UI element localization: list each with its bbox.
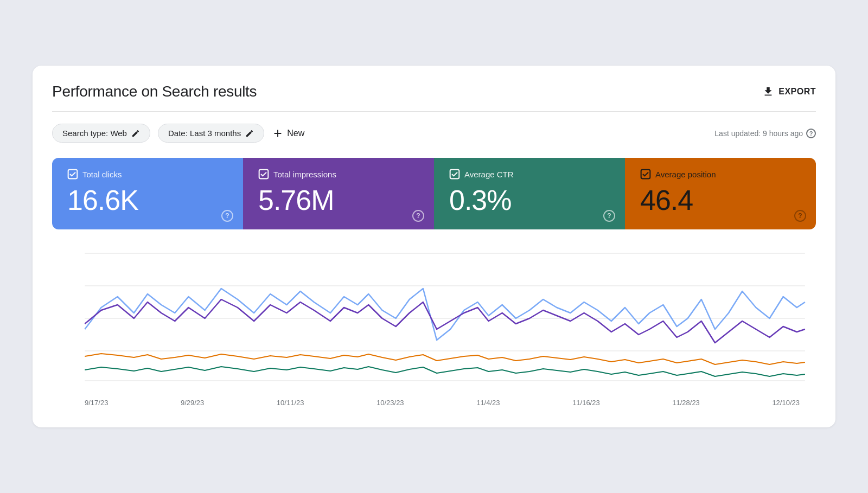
blue-line <box>85 289 805 340</box>
checkbox-icon-clicks <box>67 169 78 180</box>
x-label-2: 10/11/23 <box>277 399 304 407</box>
date-filter[interactable]: Date: Last 3 months <box>158 124 264 143</box>
last-updated-info: Last updated: 9 hours ago ? <box>714 129 816 138</box>
metric-help-clicks[interactable]: ? <box>221 210 233 222</box>
metric-value-impressions: 5.76M <box>258 186 419 214</box>
metric-help-impressions[interactable]: ? <box>412 210 424 222</box>
filter-row: Search type: Web Date: Last 3 months New… <box>52 124 816 143</box>
metric-total-impressions: Total impressions 5.76M ? <box>243 158 434 229</box>
x-label-1: 9/29/23 <box>181 399 204 407</box>
export-icon <box>762 86 774 98</box>
x-label-7: 12/10/23 <box>772 399 800 407</box>
search-type-filter[interactable]: Search type: Web <box>52 124 150 143</box>
edit-date-icon <box>245 129 254 138</box>
x-label-5: 11/16/23 <box>572 399 600 407</box>
metric-total-clicks: Total clicks 16.6K ? <box>52 158 243 229</box>
header-row: Performance on Search results EXPORT <box>52 83 816 100</box>
metric-label-position: Average position <box>640 169 801 180</box>
metric-label-ctr: Average CTR <box>449 169 610 180</box>
chart-area: 9/17/23 9/29/23 10/11/23 10/23/23 11/4/2… <box>52 229 816 412</box>
metric-label-impressions: Total impressions <box>258 169 419 180</box>
svg-rect-1 <box>259 170 269 179</box>
page-title: Performance on Search results <box>52 83 257 100</box>
metric-value-position: 46.4 <box>640 186 801 214</box>
checkbox-icon-impressions <box>258 169 269 180</box>
svg-rect-2 <box>450 170 459 179</box>
checkbox-icon-ctr <box>449 169 460 180</box>
new-filter-button[interactable]: New <box>272 127 304 139</box>
x-label-0: 9/17/23 <box>85 399 108 407</box>
metric-label-clicks: Total clicks <box>67 169 228 180</box>
checkbox-icon-position <box>640 169 651 180</box>
x-axis-labels: 9/17/23 9/29/23 10/11/23 10/23/23 11/4/2… <box>52 394 816 407</box>
metric-help-position[interactable]: ? <box>794 210 806 222</box>
x-label-4: 11/4/23 <box>476 399 500 407</box>
metrics-row: Total clicks 16.6K ? Total impressions 5… <box>52 158 816 229</box>
main-card: Performance on Search results EXPORT Sea… <box>33 66 835 427</box>
line-chart <box>52 242 816 394</box>
x-label-6: 11/28/23 <box>672 399 700 407</box>
chart-container <box>52 242 816 394</box>
metric-average-position: Average position 46.4 ? <box>625 158 816 229</box>
metric-help-ctr[interactable]: ? <box>603 210 615 222</box>
export-button[interactable]: EXPORT <box>762 86 816 98</box>
metric-value-ctr: 0.3% <box>449 186 610 214</box>
x-label-3: 10/23/23 <box>376 399 404 407</box>
header-divider <box>52 111 816 112</box>
svg-rect-3 <box>641 170 650 179</box>
teal-line <box>85 367 805 376</box>
svg-rect-0 <box>68 170 78 179</box>
metric-value-clicks: 16.6K <box>67 186 228 214</box>
orange-line <box>85 354 805 364</box>
plus-icon <box>272 127 284 139</box>
metric-average-ctr: Average CTR 0.3% ? <box>434 158 625 229</box>
edit-icon <box>131 129 140 138</box>
last-updated-help-icon[interactable]: ? <box>806 129 816 138</box>
